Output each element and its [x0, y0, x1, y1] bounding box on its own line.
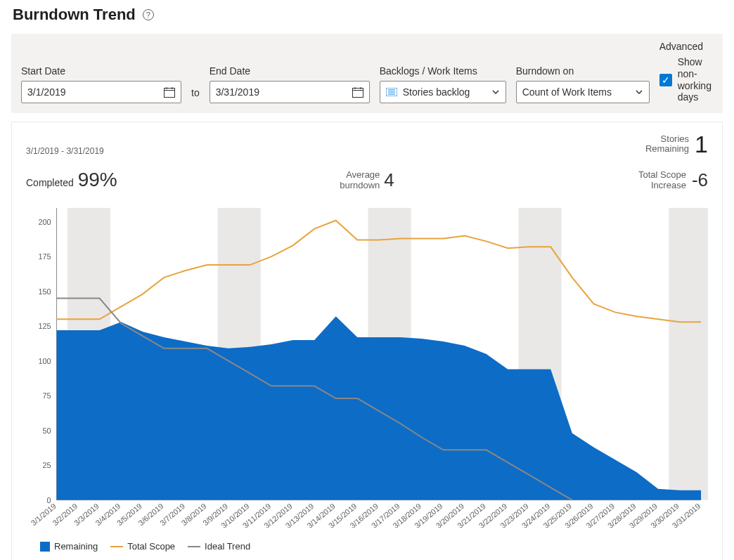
- completed-label: Completed: [26, 177, 74, 188]
- scope-increase-label1: Total Scope: [638, 170, 686, 180]
- backlog-value: Stories backlog: [403, 86, 470, 98]
- chart-card: 3/1/2019 - 3/31/2019 Stories Remaining 1…: [11, 122, 723, 560]
- stories-remaining-label1: Stories: [661, 134, 689, 144]
- show-nonworking-checkbox[interactable]: ✓: [659, 74, 672, 86]
- help-icon[interactable]: ?: [143, 9, 154, 20]
- chevron-down-icon: [635, 88, 643, 96]
- backlog-select[interactable]: Stories backlog: [380, 81, 506, 103]
- svg-text:100: 100: [38, 357, 51, 365]
- svg-rect-0: [165, 88, 175, 97]
- advanced-label: Advanced: [659, 41, 713, 52]
- start-date-input[interactable]: 3/1/2019: [21, 81, 181, 103]
- svg-rect-25: [669, 208, 708, 500]
- legend-ideal: Ideal Trend: [188, 541, 250, 552]
- calendar-icon: [352, 87, 363, 98]
- legend-ideal-label: Ideal Trend: [205, 541, 250, 552]
- avg-burndown-label2: burndown: [340, 181, 380, 190]
- legend-remaining-label: Remaining: [54, 541, 98, 552]
- start-date-label: Start Date: [21, 65, 181, 77]
- scope-increase-label2: Increase: [651, 181, 686, 190]
- calendar-icon: [164, 87, 175, 98]
- start-date-value: 3/1/2019: [27, 86, 66, 98]
- completed-value: 99%: [78, 169, 117, 191]
- svg-text:125: 125: [38, 322, 51, 330]
- svg-text:75: 75: [43, 391, 51, 400]
- end-date-label: End Date: [210, 65, 370, 77]
- date-range-text: 3/1/2019 - 3/31/2019: [26, 146, 104, 156]
- avg-burndown-value: 4: [384, 169, 394, 191]
- burndown-on-label: Burndown on: [516, 65, 650, 77]
- end-date-input[interactable]: 3/31/2019: [210, 81, 370, 103]
- show-nonworking-label: Show non-working days: [678, 56, 713, 103]
- backlog-icon: [386, 88, 397, 96]
- avg-burndown-label1: Average: [346, 170, 380, 180]
- end-date-value: 3/31/2019: [216, 86, 259, 98]
- burndown-on-select[interactable]: Count of Work Items: [516, 81, 650, 103]
- ideal-swatch: [188, 546, 200, 547]
- svg-text:175: 175: [38, 252, 51, 261]
- burndown-chart: 02550751001251501752003/1/20193/2/20193/…: [26, 201, 708, 528]
- stories-remaining-value: 1: [695, 132, 708, 156]
- svg-text:200: 200: [38, 218, 51, 226]
- total-scope-swatch: [110, 546, 123, 547]
- legend-total-scope-label: Total Scope: [127, 541, 175, 552]
- chart-legend: Remaining Total Scope Ideal Trend: [26, 541, 708, 552]
- remaining-swatch: [40, 542, 50, 552]
- chevron-down-icon: [491, 88, 500, 96]
- svg-rect-4: [352, 88, 363, 97]
- svg-text:50: 50: [43, 426, 51, 435]
- scope-increase-value: -6: [692, 169, 708, 191]
- burndown-on-value: Count of Work Items: [522, 86, 612, 98]
- page-title: Burndown Trend: [13, 6, 136, 24]
- backlog-label: Backlogs / Work Items: [380, 65, 506, 77]
- svg-text:150: 150: [38, 287, 51, 296]
- svg-text:25: 25: [43, 461, 51, 469]
- legend-remaining: Remaining: [40, 541, 98, 552]
- legend-total-scope: Total Scope: [110, 541, 175, 552]
- filter-bar: Start Date 3/1/2019 to End Date 3/31/201…: [11, 34, 723, 113]
- to-text: to: [191, 87, 200, 103]
- stories-remaining-label2: Remaining: [645, 144, 689, 154]
